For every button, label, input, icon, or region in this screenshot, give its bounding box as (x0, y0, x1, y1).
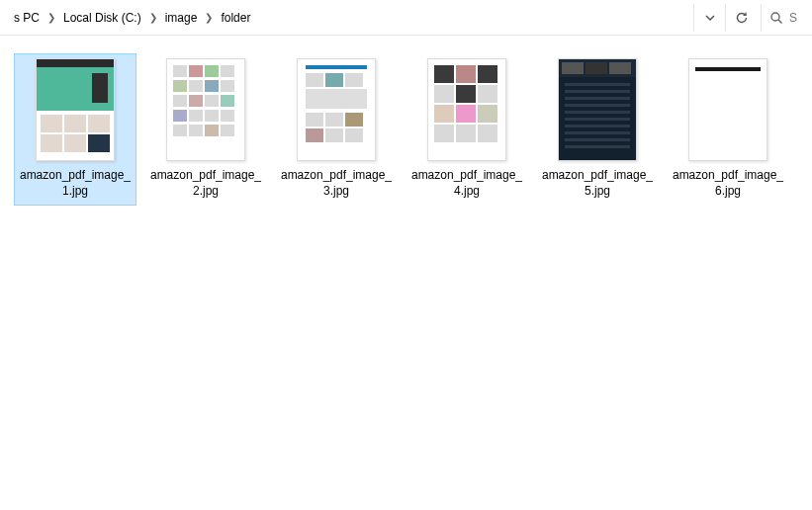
breadcrumb: s PC ❯ Local Disk (C:) ❯ image ❯ folder (4, 0, 693, 35)
file-thumbnail (166, 58, 245, 161)
chevron-right-icon[interactable]: ❯ (45, 12, 57, 23)
file-name: amazon_pdf_image_1.jpg (17, 167, 134, 199)
recent-locations-dropdown[interactable] (693, 4, 725, 32)
search-icon (769, 11, 783, 25)
breadcrumb-segment[interactable]: Local Disk (C:) (57, 7, 147, 29)
breadcrumb-segment[interactable]: s PC (8, 7, 45, 29)
file-thumbnail (297, 58, 376, 161)
file-thumbnail (36, 58, 115, 161)
file-thumbnail (427, 58, 506, 161)
file-item[interactable]: amazon_pdf_image_2.jpg (144, 53, 267, 206)
breadcrumb-segment[interactable]: image (159, 7, 204, 29)
file-thumbnail (688, 58, 767, 161)
breadcrumb-segment[interactable]: folder (215, 7, 256, 29)
search-box[interactable] (761, 4, 808, 32)
refresh-button[interactable] (725, 4, 757, 32)
chevron-right-icon[interactable]: ❯ (147, 12, 159, 23)
file-item[interactable]: amazon_pdf_image_3.jpg (275, 53, 398, 206)
file-grid: amazon_pdf_image_1.jpg amazon_pdf_image_… (0, 36, 812, 213)
file-item[interactable]: amazon_pdf_image_1.jpg (14, 53, 136, 206)
file-item[interactable]: amazon_pdf_image_5.jpg (536, 53, 659, 206)
file-name: amazon_pdf_image_4.jpg (408, 167, 525, 199)
file-item[interactable]: amazon_pdf_image_4.jpg (406, 53, 528, 206)
file-name: amazon_pdf_image_3.jpg (278, 167, 395, 199)
file-name: amazon_pdf_image_5.jpg (539, 167, 656, 199)
chevron-right-icon[interactable]: ❯ (203, 12, 215, 23)
search-input[interactable] (789, 11, 808, 25)
file-name: amazon_pdf_image_2.jpg (147, 167, 264, 199)
svg-point-0 (771, 13, 779, 21)
file-name: amazon_pdf_image_6.jpg (670, 167, 786, 199)
file-item[interactable]: amazon_pdf_image_6.jpg (667, 53, 789, 206)
address-toolbar: s PC ❯ Local Disk (C:) ❯ image ❯ folder (0, 0, 812, 36)
file-thumbnail (558, 58, 637, 161)
